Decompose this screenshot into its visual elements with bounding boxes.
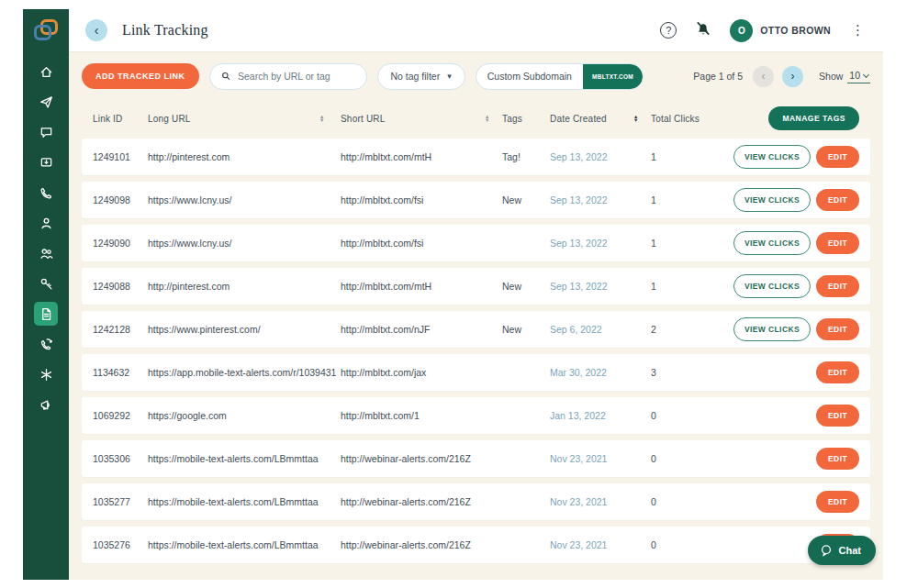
user-name: OTTO BROWN (760, 25, 831, 36)
sidebar-item-file[interactable] (34, 302, 58, 326)
sidebar-item-phone[interactable] (34, 181, 58, 205)
cell-short-url: http://mbltxt.com/mtH (341, 151, 484, 162)
sidebar-item-users[interactable] (34, 241, 58, 265)
cell-link-id: 1069292 (93, 410, 146, 421)
row-actions: VIEW CLICKS EDIT (733, 145, 859, 169)
cell-short-url: http://webinar-alerts.com/216Z (341, 496, 484, 507)
view-clicks-button[interactable]: VIEW CLICKS (733, 317, 811, 341)
manage-tags-button[interactable]: MANAGE TAGS (768, 106, 859, 130)
view-clicks-button[interactable]: VIEW CLICKS (733, 231, 811, 255)
chat-button[interactable]: Chat (808, 536, 876, 565)
cell-link-id: 1134632 (93, 367, 146, 378)
back-button[interactable]: ‹ (85, 19, 107, 41)
sort-long-url-icon[interactable]: ▴▾ (320, 115, 330, 123)
send-icon (39, 95, 53, 109)
search-field[interactable] (209, 63, 367, 90)
custom-subdomain-field[interactable]: Custom Subdomain MBLTXT.COM (476, 63, 644, 90)
cell-total-clicks: 0 (651, 496, 730, 507)
logo-blue-square (34, 25, 51, 40)
sidebar-item-inbox[interactable] (34, 150, 58, 174)
view-clicks-button[interactable]: VIEW CLICKS (733, 145, 811, 169)
help-icon[interactable]: ? (660, 22, 677, 39)
cell-date-created: Nov 23, 2021 (550, 496, 633, 507)
edit-button[interactable]: EDIT (816, 361, 859, 383)
search-input[interactable] (238, 71, 355, 82)
cell-total-clicks: 0 (651, 539, 730, 550)
next-page-button[interactable]: › (782, 66, 803, 87)
prev-page-button[interactable]: ‹ (753, 66, 774, 87)
column-tags: Tags (502, 114, 548, 124)
cell-short-url: http://mbltxt.com/fsi (341, 194, 484, 205)
edit-button[interactable]: EDIT (816, 491, 859, 513)
cell-short-url: http://mbltxt.com/fsi (341, 238, 484, 249)
cell-link-id: 1249098 (93, 194, 146, 205)
table-header: Link ID Long URL ▴▾ Short URL ▴▾ Tags Da… (82, 100, 870, 137)
app-window: ‹ Link Tracking ? O OTTO BROWN ⋮ ADD TRA… (23, 9, 883, 580)
cell-long-url: https://mobile-text-alerts.com/LBmmttaa (148, 539, 319, 550)
edit-button[interactable]: EDIT (816, 232, 859, 254)
kebab-menu-icon[interactable]: ⋮ (849, 22, 867, 39)
sidebar-item-phone-loop[interactable] (34, 332, 58, 356)
row-actions: VIEW CLICKS EDIT (733, 274, 859, 298)
sidebar-item-integrations[interactable] (34, 362, 58, 386)
key-icon (39, 277, 53, 291)
edit-button[interactable]: EDIT (816, 405, 859, 427)
chevron-left-icon: ‹ (762, 71, 766, 82)
cell-long-url: https://google.com (148, 410, 319, 421)
cell-tag: New (502, 194, 548, 205)
top-bar: ‹ Link Tracking ? O OTTO BROWN ⋮ (69, 9, 883, 52)
sidebar-item-home[interactable] (34, 60, 58, 83)
row-actions: EDIT (816, 448, 859, 470)
tag-filter-dropdown[interactable]: No tag filter ▾ (377, 63, 465, 90)
sidebar-item-send[interactable] (34, 90, 58, 114)
user-menu[interactable]: O OTTO BROWN (730, 19, 831, 42)
edit-button[interactable]: EDIT (816, 146, 859, 168)
sidebar-item-user[interactable] (34, 211, 58, 235)
cell-date-created: Sep 6, 2022 (550, 324, 633, 335)
bell-muted-icon[interactable] (695, 20, 711, 40)
main-area: ‹ Link Tracking ? O OTTO BROWN ⋮ ADD TRA… (69, 9, 883, 580)
cell-long-url: http://pinterest.com (148, 151, 319, 162)
user-icon (39, 216, 53, 230)
edit-button[interactable]: EDIT (816, 189, 859, 211)
sidebar-item-key[interactable] (34, 272, 58, 295)
page-size-select[interactable]: 10 (847, 69, 870, 83)
row-actions: EDIT (816, 361, 859, 383)
cell-link-id: 1249101 (93, 151, 146, 162)
file-icon (39, 307, 53, 321)
cell-link-id: 1249088 (93, 281, 146, 292)
view-clicks-button[interactable]: VIEW CLICKS (733, 188, 811, 212)
sidebar-item-megaphone[interactable] (34, 393, 58, 416)
column-short-url: Short URL (341, 114, 484, 124)
inbox-icon (39, 156, 53, 170)
sidebar-item-chat-bubble[interactable] (34, 120, 58, 144)
chevron-down-icon: ▾ (447, 72, 452, 81)
column-total-clicks: Total Clicks (651, 114, 730, 124)
cell-long-url: https://www.lcny.us/ (148, 238, 319, 249)
content: ADD TRACKED LINK No tag filter ▾ Custom … (69, 53, 883, 580)
edit-button[interactable]: EDIT (816, 275, 859, 297)
row-actions: VIEW CLICKS EDIT (733, 317, 859, 341)
add-tracked-link-button[interactable]: ADD TRACKED LINK (82, 63, 199, 89)
cell-link-id: 1249090 (93, 238, 146, 249)
avatar: O (730, 19, 753, 42)
table-row: 1069292 https://google.com http://mbltxt… (82, 397, 870, 434)
edit-button[interactable]: EDIT (816, 318, 859, 340)
table-row: 1134632 https://app.mobile-text-alerts.c… (82, 354, 870, 391)
view-clicks-button[interactable]: VIEW CLICKS (733, 274, 811, 298)
cell-total-clicks: 1 (651, 238, 730, 249)
subdomain-badge[interactable]: MBLTXT.COM (583, 64, 643, 89)
column-long-url: Long URL (148, 114, 319, 124)
cell-date-created: Jan 13, 2022 (550, 410, 633, 421)
chevron-right-icon: › (791, 71, 795, 82)
cell-total-clicks: 0 (651, 453, 730, 464)
cell-total-clicks: 1 (651, 151, 730, 162)
cell-long-url: https://www.pinterest.com/ (148, 324, 319, 335)
sort-short-url-icon[interactable]: ▴▾ (486, 115, 495, 123)
sort-date-created-icon[interactable]: ▴▾ (634, 115, 644, 123)
cell-link-id: 1035276 (93, 539, 146, 550)
edit-button[interactable]: EDIT (816, 448, 859, 470)
chat-icon (820, 544, 833, 557)
table-row: 1249101 http://pinterest.com http://mblt… (82, 139, 870, 175)
sidebar-nav (34, 60, 58, 416)
